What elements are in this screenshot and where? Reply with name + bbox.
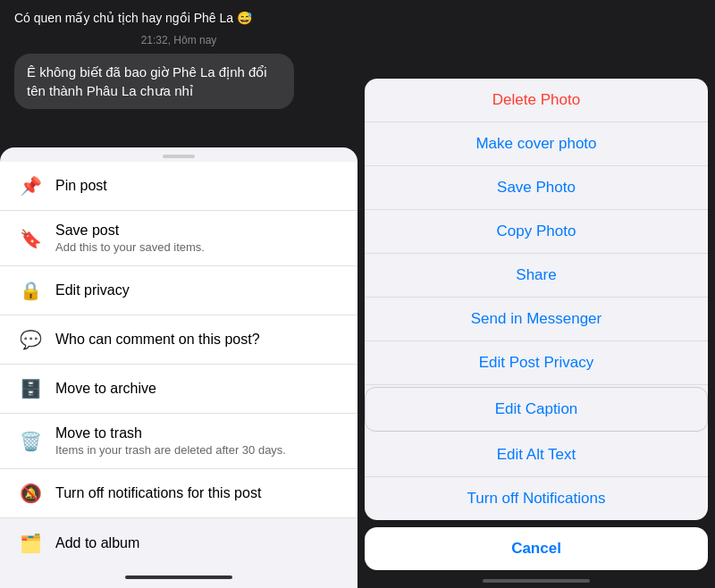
edit-alt-text-label: Edit Alt Text xyxy=(497,446,576,463)
sheet-item-archive-text: Move to archive xyxy=(55,381,156,397)
notification-off-icon: 🔕 xyxy=(18,481,43,506)
turn-off-notifications-label: Turn off Notifications xyxy=(467,490,606,507)
action-send-messenger[interactable]: Send in Messenger xyxy=(365,298,708,341)
notifications-label: Turn off notifications for this post xyxy=(55,485,261,501)
chat-background: Có quen mấy chủ tịch hay ngồi Phê La 😅 2… xyxy=(0,0,358,120)
cancel-item[interactable]: Cancel xyxy=(365,527,708,570)
sheet-item-notifications-text: Turn off notifications for this post xyxy=(55,485,261,501)
action-save-photo[interactable]: Save Photo xyxy=(365,166,708,210)
sheet-item-comment[interactable]: 💬 Who can comment on this post? xyxy=(0,315,358,365)
cancel-label: Cancel xyxy=(511,540,561,557)
trash-label: Move to trash xyxy=(55,425,286,441)
action-sheet: Delete Photo Make cover photo Save Photo… xyxy=(358,79,715,588)
comment-label: Who can comment on this post? xyxy=(55,332,260,348)
action-share[interactable]: Share xyxy=(365,254,708,298)
chat-top-message: Có quen mấy chủ tịch hay ngồi Phê La 😅 xyxy=(14,11,343,25)
sheet-item-privacy-text: Edit privacy xyxy=(55,282,130,298)
action-turn-off-notifications[interactable]: Turn off Notifications xyxy=(365,477,708,520)
privacy-label: Edit privacy xyxy=(55,282,130,298)
save-photo-label: Save Photo xyxy=(497,179,576,196)
action-copy-photo[interactable]: Copy Photo xyxy=(365,210,708,254)
send-messenger-label: Send in Messenger xyxy=(471,310,601,327)
chat-bubble: Ê không biết đã bao giờ Phê La định đổi … xyxy=(14,54,294,109)
sheet-item-save[interactable]: 🔖 Save post Add this to your saved items… xyxy=(0,211,358,266)
bottom-sheet: 📌 Pin post 🔖 Save post Add this to your … xyxy=(0,147,358,588)
make-cover-label: Make cover photo xyxy=(475,135,596,152)
action-edit-caption[interactable]: Edit Caption xyxy=(365,387,708,432)
bottom-indicator-right xyxy=(483,579,590,583)
delete-photo-label: Delete Photo xyxy=(492,91,580,108)
save-sublabel: Add this to your saved items. xyxy=(55,240,205,254)
action-delete-photo[interactable]: Delete Photo xyxy=(365,79,708,122)
lock-icon: 🔒 xyxy=(18,278,43,303)
album-icon: 🗂️ xyxy=(18,531,43,556)
save-icon: 🔖 xyxy=(18,226,43,251)
sheet-item-comment-text: Who can comment on this post? xyxy=(55,332,260,348)
sheet-item-add-album[interactable]: 🗂️ Add to album xyxy=(0,518,358,568)
left-panel: Có quen mấy chủ tịch hay ngồi Phê La 😅 2… xyxy=(0,0,358,588)
action-edit-alt-text[interactable]: Edit Alt Text xyxy=(365,433,708,477)
sheet-item-archive[interactable]: 🗄️ Move to archive xyxy=(0,365,358,414)
right-panel: Trần Ngọc Lưu and Phan Tuấn Anh 2 commen… xyxy=(358,0,715,588)
sheet-item-pin[interactable]: 📌 Pin post xyxy=(0,162,358,211)
comment-icon: 💬 xyxy=(18,327,43,352)
trash-icon: 🗑️ xyxy=(18,429,43,454)
pin-icon: 📌 xyxy=(18,173,43,198)
share-label: Share xyxy=(516,266,556,283)
sheet-item-save-text: Save post Add this to your saved items. xyxy=(55,223,205,254)
edit-caption-label: Edit Caption xyxy=(495,400,578,417)
pin-label: Pin post xyxy=(55,178,107,194)
copy-photo-label: Copy Photo xyxy=(497,223,576,239)
sheet-item-pin-text: Pin post xyxy=(55,178,107,194)
sheet-item-trash-text: Move to trash Items in your trash are de… xyxy=(55,425,286,457)
action-sheet-cancel-button[interactable]: Cancel xyxy=(365,527,708,570)
action-edit-privacy[interactable]: Edit Post Privacy xyxy=(365,341,708,385)
action-make-cover[interactable]: Make cover photo xyxy=(365,122,708,166)
add-album-label: Add to album xyxy=(55,535,139,551)
archive-icon: 🗄️ xyxy=(18,376,43,401)
chat-timestamp: 21:32, Hôm nay xyxy=(14,34,343,46)
edit-privacy-label: Edit Post Privacy xyxy=(479,354,594,371)
sheet-bottom-indicator xyxy=(125,575,232,579)
sheet-item-trash[interactable]: 🗑️ Move to trash Items in your trash are… xyxy=(0,414,358,469)
archive-label: Move to archive xyxy=(55,381,156,397)
trash-sublabel: Items in your trash are deleted after 30… xyxy=(55,443,286,457)
save-label: Save post xyxy=(55,223,205,239)
sheet-item-notifications[interactable]: 🔕 Turn off notifications for this post xyxy=(0,469,358,518)
sheet-handle xyxy=(163,155,195,158)
sheet-item-privacy[interactable]: 🔒 Edit privacy xyxy=(0,266,358,315)
action-sheet-main: Delete Photo Make cover photo Save Photo… xyxy=(365,79,708,520)
